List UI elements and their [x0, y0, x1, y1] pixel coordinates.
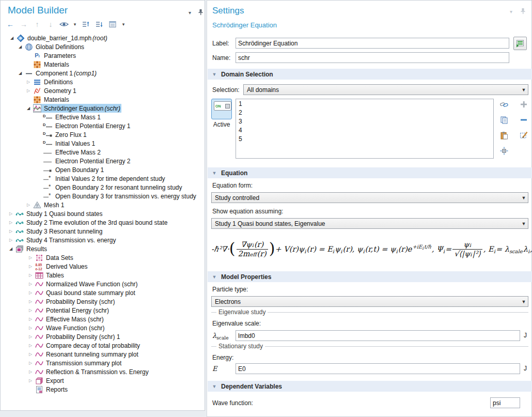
tree-node-study-3-resonant-tunneling[interactable]: ▷Study 3 Resonant tunneling	[1, 227, 204, 236]
dropdown-caret-icon[interactable]: ▾	[119, 18, 128, 30]
collapse-arrow-icon[interactable]: ▷	[9, 211, 15, 216]
zoom-to-selection-button[interactable]	[499, 146, 509, 156]
tree-node-data-sets[interactable]: ▷Data Sets	[1, 253, 204, 262]
clear-selection-button[interactable]	[519, 131, 528, 140]
up-arrow-button[interactable]: ↑	[30, 18, 44, 30]
expand-arrow-icon[interactable]: ◢	[27, 106, 33, 111]
tree-node-normalized-wave-function-schr[interactable]: ▷Normalized Wave Function (schr)	[1, 280, 204, 288]
tree-node-electron-potential-energy-1[interactable]: DElectron Potential Energy 1	[1, 121, 204, 130]
tree-node-global-definitions[interactable]: ◢Global Definitions	[1, 42, 204, 51]
collapse-arrow-icon[interactable]: ▷	[29, 308, 35, 313]
tree-node-open-boundary-3-for-transmission-vs-energy-study[interactable]: *Open Boundary 3 for transmission vs. en…	[1, 192, 204, 200]
collapse-arrow-icon[interactable]: ▷	[9, 220, 15, 225]
tree-node-results[interactable]: ◢Results	[1, 244, 204, 253]
section-dependent-variables[interactable]: ▼ Dependent Variables	[208, 381, 532, 392]
tree-node-quasi-bound-state-summary-plot[interactable]: ▷Quasi bound state summary plot	[1, 288, 204, 297]
expand-all-button[interactable]	[79, 18, 92, 30]
tree-node-effective-mass-1[interactable]: DEffective Mass 1	[1, 113, 204, 121]
panel-menu-caret-icon[interactable]: ▾	[510, 9, 512, 14]
expand-arrow-icon[interactable]: ◢	[9, 246, 15, 251]
tree-node-component-1[interactable]: ◢Component 1(comp1)	[1, 69, 204, 78]
collapse-arrow-icon[interactable]: ▷	[29, 282, 35, 286]
tree-node-wave-function-schr[interactable]: ▷Wave Function (schr)	[1, 323, 204, 332]
tree-node-materials[interactable]: Materials	[1, 95, 204, 104]
domain-list-item[interactable]: 5	[236, 135, 493, 144]
domain-list[interactable]: 12345	[236, 99, 494, 159]
collapse-arrow-icon[interactable]: ▷	[29, 264, 35, 269]
expand-arrow-icon[interactable]: ◢	[10, 36, 17, 40]
tree-node-geometry-1[interactable]: ▷Geometry 1	[1, 86, 204, 95]
collapse-arrow-icon[interactable]: ▷	[9, 238, 15, 242]
tree-node-double-barrier-1d-mph[interactable]: ◢double_barrier_1d.mph(root)	[1, 34, 204, 42]
node-text-button[interactable]	[106, 18, 119, 30]
forward-arrow-button[interactable]: →	[17, 18, 30, 30]
section-model-properties[interactable]: ▼ Model Properties	[208, 271, 532, 282]
tree-node-compare-decay-of-total-probability[interactable]: ▷Compare decay of total probability	[1, 341, 204, 350]
tree-node-mesh-1[interactable]: ▷Mesh 1	[1, 200, 204, 209]
tree-node-export[interactable]: ▷Export	[1, 376, 204, 385]
collapse-arrow-icon[interactable]: ▷	[29, 361, 35, 365]
particle-type-dropdown[interactable]: Electrons ▼	[211, 296, 528, 307]
tree-node-effective-mass-schr[interactable]: ▷Effective Mass (schr)	[1, 315, 204, 323]
tree-node-probability-density-schr-1[interactable]: ▷Probability Density (schr) 1	[1, 332, 204, 341]
back-arrow-button[interactable]: ←	[4, 18, 17, 30]
energy-input[interactable]	[236, 363, 520, 374]
tree-node-open-boundary-2-for-resonant-tunneling-study[interactable]: *Open Boundary 2 for resonant tunneling …	[1, 183, 204, 192]
create-selection-button[interactable]	[499, 100, 509, 109]
tree-node-initial-values-2-for-time-dependent-study[interactable]: *Initial Values 2 for time dependent stu…	[1, 174, 204, 183]
collapse-arrow-icon[interactable]: ▷	[29, 343, 35, 348]
tree-node-zero-flux-1[interactable]: DZero Flux 1	[1, 130, 204, 139]
collapse-arrow-icon[interactable]: ▷	[29, 326, 35, 330]
expand-arrow-icon[interactable]: ◢	[19, 71, 25, 75]
tree-node-initial-values-1[interactable]: DInitial Values 1	[1, 139, 204, 148]
collapse-arrow-icon[interactable]: ▷	[9, 229, 15, 234]
domain-list-item[interactable]: 4	[236, 126, 493, 135]
tree-node-study-4-transmission-vs-energy[interactable]: ▷Study 4 Transmission vs. energy	[1, 236, 204, 244]
tree-node-derived-values[interactable]: ▷8.85e-12Derived Values	[1, 262, 204, 271]
tree-node-effective-mass-2[interactable]: Effective Mass 2	[1, 148, 204, 157]
tree-node-study-1-quasi-bound-states[interactable]: ▷Study 1 Quasi bound states	[1, 209, 204, 218]
tree-node-materials[interactable]: Materials	[1, 60, 204, 69]
tree-node-parameters[interactable]: PiParameters	[1, 51, 204, 60]
tree-node-schr-dinger-equation[interactable]: ◢Schrödinger Equation(schr)	[1, 104, 204, 113]
pin-icon[interactable]	[520, 7, 526, 17]
tree-node-tables[interactable]: ▷Tables	[1, 271, 204, 280]
eigenvalue-scale-input[interactable]	[236, 330, 520, 341]
collapse-arrow-icon[interactable]: ▷	[27, 203, 33, 207]
pin-icon[interactable]	[198, 8, 204, 18]
domain-list-item[interactable]: 1	[236, 100, 493, 109]
tree-node-reports[interactable]: Reports	[1, 385, 204, 394]
tree-node-probability-density-schr[interactable]: ▷Probability Density (schr)	[1, 297, 204, 306]
section-equation[interactable]: ▼ Equation	[208, 167, 532, 178]
collapse-arrow-icon[interactable]: ▷	[29, 273, 35, 277]
remove-button[interactable]	[519, 115, 528, 125]
section-domain-selection[interactable]: ▼ Domain Selection	[208, 69, 532, 80]
rename-button[interactable]	[513, 37, 527, 50]
selection-dropdown[interactable]: All domains ▼	[243, 84, 528, 95]
show-button[interactable]	[57, 18, 71, 30]
panel-menu-caret-icon[interactable]: ▾	[189, 10, 191, 16]
wave-function-input[interactable]	[490, 397, 520, 408]
collapse-arrow-icon[interactable]: ▷	[29, 378, 35, 383]
label-input[interactable]	[236, 38, 509, 49]
collapse-arrow-icon[interactable]: ▷	[29, 299, 35, 304]
tree-node-transmission-summary-plot[interactable]: ▷Transmission summary plot	[1, 359, 204, 367]
show-equation-dropdown[interactable]: Study 1 Quasi bound states, Eigenvalue ▼	[211, 218, 528, 229]
copy-button[interactable]	[499, 115, 509, 125]
collapse-all-button[interactable]	[92, 18, 106, 30]
tree-node-electron-potential-energy-2[interactable]: Electron Potential Energy 2	[1, 157, 204, 165]
tree-node-study-2-time-evolution-of-the-3rd-quasi-bound-state[interactable]: ▷Study 2 Time evolution of the 3rd quasi…	[1, 218, 204, 227]
tree-node-definitions[interactable]: ▷Definitions	[1, 78, 204, 86]
collapse-arrow-icon[interactable]: ▷	[29, 317, 35, 321]
collapse-arrow-icon[interactable]: ▷	[29, 290, 35, 295]
tree-node-reflection-transmission-vs-energy[interactable]: ▷Reflection & Transmission vs. Energy	[1, 367, 204, 376]
collapse-arrow-icon[interactable]: ▷	[29, 352, 35, 357]
collapse-arrow-icon[interactable]: ▷	[29, 369, 35, 374]
tree-node-open-boundary-1[interactable]: Open Boundary 1	[1, 165, 204, 174]
dropdown-caret-icon[interactable]: ▾	[71, 18, 79, 30]
collapse-arrow-icon[interactable]: ▷	[27, 88, 33, 93]
collapse-arrow-icon[interactable]: ▷	[29, 255, 35, 260]
down-arrow-button[interactable]: ↓	[44, 18, 57, 30]
domain-list-item[interactable]: 2	[236, 109, 493, 117]
equation-form-dropdown[interactable]: Study controlled ▼	[211, 192, 528, 203]
